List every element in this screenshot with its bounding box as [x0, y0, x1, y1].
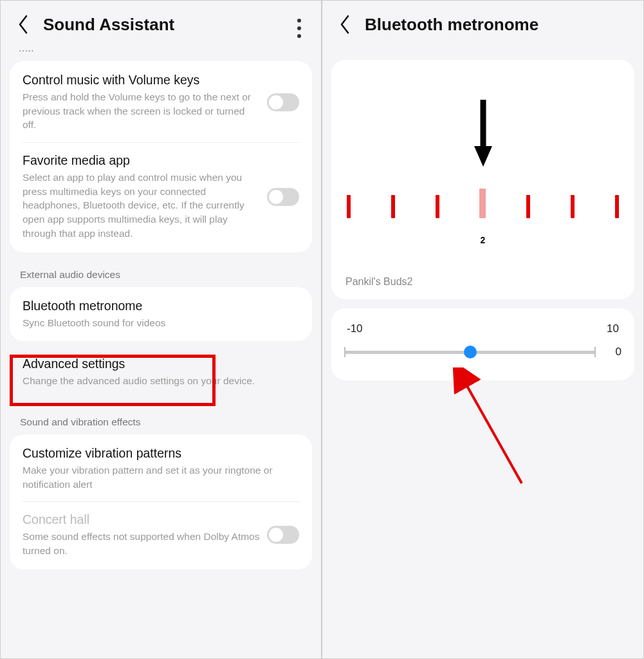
favorite-media-row[interactable]: Favorite media app Select an app to play…: [10, 143, 312, 250]
metronome-tick: [615, 195, 619, 218]
item-subtitle: Sync Bluetooth sound for videos: [23, 316, 293, 330]
item-subtitle: Select an app to play and control music …: [23, 171, 261, 240]
svg-line-1: [464, 380, 522, 483]
annotation-arrow: [451, 367, 541, 490]
metronome-tick: [436, 195, 439, 218]
more-options-button[interactable]: [291, 17, 307, 39]
page-title: Sound Assistant: [43, 15, 174, 35]
arrow-down-icon: [473, 91, 493, 171]
concert-hall-row[interactable]: Concert hall Some sound effects not supp…: [10, 502, 312, 568]
control-music-row[interactable]: Control music with Volume keys Press and…: [10, 62, 312, 142]
bluetooth-metronome-row[interactable]: Bluetooth metronome Sync Bluetooth sound…: [10, 288, 312, 340]
section-external-audio: External audio devices: [1, 252, 321, 287]
slider-thumb[interactable]: [464, 346, 477, 358]
item-title: Bluetooth metronome: [23, 299, 293, 313]
settings-card-2: Bluetooth metronome Sync Bluetooth sound…: [10, 287, 312, 342]
item-subtitle: Change the advanced audio settings on yo…: [23, 374, 299, 388]
item-subtitle: Press and hold the Volume keys to go to …: [23, 90, 261, 132]
control-music-toggle[interactable]: [267, 93, 299, 111]
item-title: Advanced settings: [23, 357, 299, 371]
item-subtitle: Some sound effects not supported when Do…: [23, 530, 261, 557]
metronome-tick: [347, 195, 351, 218]
concert-hall-toggle[interactable]: [267, 526, 299, 544]
back-button[interactable]: [334, 14, 356, 35]
custom-vibration-row[interactable]: Customize vibration patterns Make your v…: [10, 436, 312, 501]
item-title: Favorite media app: [23, 153, 261, 168]
page-title: Bluetooth metronome: [365, 15, 538, 35]
slider-value: 0: [609, 346, 621, 358]
metronome-tick-active: 2: [479, 189, 486, 218]
tick-number: 2: [481, 235, 486, 245]
item-title: Concert hall: [23, 512, 261, 527]
metronome-visual: 2: [340, 77, 625, 225]
back-button[interactable]: [12, 14, 34, 35]
metronome-tick: [391, 195, 395, 218]
metronome-card: 2 Pankil's Buds2: [331, 60, 634, 299]
advanced-settings-row[interactable]: Advanced settings Change the advanced au…: [10, 345, 312, 400]
sync-slider[interactable]: [344, 351, 596, 354]
slider-min-label: -10: [347, 322, 363, 335]
settings-card-1: Control music with Volume keys Press and…: [10, 61, 312, 252]
slider-max-label: 10: [607, 322, 619, 335]
favorite-media-toggle[interactable]: [267, 188, 299, 206]
item-title: Customize vibration patterns: [23, 446, 293, 461]
section-sound-effects: Sound and vibration effects: [1, 400, 321, 434]
device-name: Pankil's Buds2: [340, 276, 625, 288]
item-title: Control music with Volume keys: [23, 73, 261, 88]
metronome-tick: [526, 195, 530, 218]
slider-card: -10 10 0: [331, 308, 634, 380]
metronome-tick: [571, 195, 575, 218]
truncated-row: ·····: [1, 44, 321, 61]
settings-card-3: Customize vibration patterns Make your v…: [10, 434, 312, 570]
item-subtitle: Make your vibration pattern and set it a…: [23, 463, 293, 491]
